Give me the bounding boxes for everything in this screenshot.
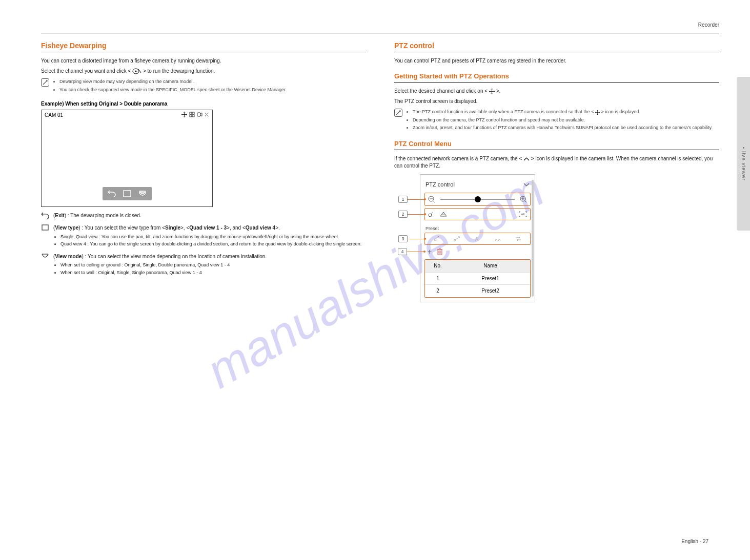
ptz-preset-table: 5 6 No. Name 1 Preset1 2 Preset2 [424,259,531,298]
note-row: Dewarping view mode may vary depending o… [41,78,366,94]
zoom-slider[interactable] [440,199,515,200]
close-icon[interactable] [205,112,209,117]
ptz-panel-title: PTZ control [425,181,455,189]
body-text: If the connected network camera is a PTZ… [394,155,719,169]
chevron-up-icon [523,157,530,161]
zoom-out-icon[interactable] [428,196,435,203]
camera-header-icons [181,112,209,117]
text: If the connected network camera is a PTZ… [394,156,523,161]
text: >. [496,88,501,94]
sub-item: Single, Quad view : You can use the pan,… [60,234,366,240]
view-type-icon[interactable] [123,190,131,197]
section-title-ptz: PTZ control [394,41,719,51]
col-no: No. [425,260,451,272]
focus-far-icon[interactable] [439,211,448,217]
undo-icon [41,212,49,219]
auto-focus-icon[interactable]: AF [519,211,527,217]
chevron-down-icon[interactable] [523,183,530,187]
text: > icon is displayed. [601,109,640,114]
zoom-handle[interactable] [475,196,481,202]
ptz-focus-row: 2 AF [424,208,531,220]
title-rule [394,150,719,150]
ptz-zoom-row: 1 [424,193,531,206]
move-icon[interactable] [181,112,187,117]
note-item: Dewarping view mode may vary depending o… [59,78,366,85]
ptz-move-icon [489,89,495,94]
note-item: You can check the supported view mode in… [59,87,366,93]
svg-point-21 [438,236,439,237]
header-rule [41,33,719,33]
svg-point-1 [135,71,137,72]
icon-item-exit: (Exit) : The dewarping mode is closed. [41,212,366,219]
title-rule [41,52,366,52]
preset-mode-icon-4[interactable] [494,236,502,242]
camera-small-icon[interactable] [197,112,202,117]
ptz-panel-header: PTZ control [424,179,531,193]
sub-item: Quad view 4 : You can go to the single s… [60,241,366,247]
scrollbar[interactable] [532,180,534,296]
text: ) : You can select the view type from < [78,225,165,231]
ptz-control-panel: PTZ control 1 2 [420,174,535,302]
cell-name: Preset1 [451,273,530,285]
preset-mode-icon-2[interactable] [453,236,460,242]
label: Quad view 4 [246,225,275,231]
view-mode-icon[interactable] [138,190,147,197]
text: > to run the dewarping function. [143,68,215,74]
text: ) : The dewarping mode is closed. [65,213,141,218]
text: The PTZ control function is available on… [413,109,595,114]
page-number: 27 [703,538,708,544]
note-item: Depending on the camera, the PTZ control… [413,117,719,123]
preset-mode-icon-3[interactable] [473,236,480,242]
note-item: Zoom in/out, preset, and tour functions … [413,125,719,131]
undo-icon[interactable] [108,190,116,197]
sub-item: When set to wall : Original, Single, Sin… [60,269,366,276]
fisheye-icon [132,68,141,74]
zoom-in-icon[interactable] [520,196,527,203]
body-text: Select the channel you want and click < … [41,68,366,75]
text: Select the desired channel and click on … [394,88,489,94]
svg-rect-3 [190,112,192,114]
grid-icon[interactable] [189,112,195,117]
svg-point-24 [476,237,477,238]
note-icon [394,109,402,117]
dome-icon [41,253,49,259]
breadcrumb: Recorder [41,22,719,32]
svg-line-12 [433,201,435,202]
table-row[interactable]: 2 Preset2 [425,284,530,297]
table-header: No. Name [425,260,530,272]
label: View mode [55,254,82,259]
add-preset-icon[interactable]: + [428,248,432,255]
example-label: Example) When setting Original > Double … [41,100,366,108]
callout-4: 4 [398,248,407,255]
left-column: Fisheye Dewarping You can correct a dist… [41,41,366,302]
label: Single [165,225,180,231]
label: Quad view 1 - 3 [189,225,227,231]
camera-toolbar [103,187,152,200]
callout-1: 1 [398,196,408,203]
ptz-move-icon [595,110,600,115]
preset-mode-icon-1[interactable] [433,236,440,242]
right-column: PTZ control You can control PTZ and pres… [394,41,719,302]
preset-mode-icon-5[interactable] [515,236,522,242]
side-tab: • live viewer [737,77,750,231]
subsection-title: Getting Started with PTZ Operations [394,72,719,81]
focus-near-icon[interactable] [428,211,435,217]
text: >, and < [227,225,246,231]
svg-text:AF: AF [521,213,524,216]
delete-preset-icon[interactable] [437,248,443,255]
note-item: The PTZ control function is available on… [413,109,719,115]
sub-item: When set to ceiling or ground : Original… [60,262,366,268]
camera-label: CAM 01 [45,112,63,119]
svg-rect-5 [190,115,192,117]
table-row[interactable]: 1 Preset1 [425,272,530,285]
callout-2: 2 [398,211,408,218]
title-rule [394,52,719,52]
svg-point-20 [434,239,436,241]
note-icon [41,78,49,87]
camera-preview-box: CAM 01 [41,110,213,207]
text: >, < [180,225,189,231]
body-text: Select the desired channel and click on … [394,88,719,95]
svg-rect-4 [192,112,194,114]
svg-line-16 [525,201,526,202]
note-text: Dewarping view mode may vary depending o… [53,78,366,94]
